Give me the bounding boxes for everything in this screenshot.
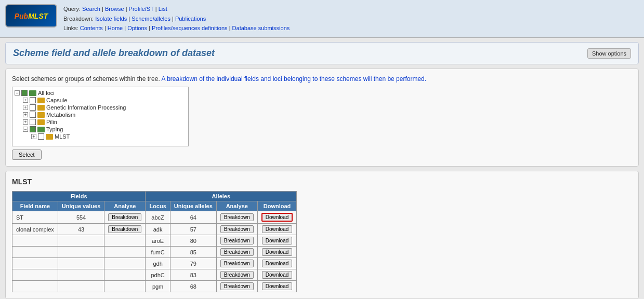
title-section: Scheme field and allele breakdown of dat… — [5, 42, 639, 64]
tree-item-capsule[interactable]: + Capsule — [15, 97, 186, 104]
allele-download-button[interactable]: Download — [262, 260, 292, 267]
locus-cell: abcZ — [146, 211, 170, 224]
show-options-button[interactable]: Show options — [587, 48, 631, 59]
nav-contents-link[interactable]: Contents — [80, 25, 103, 31]
breakdown-table: Fields Alleles Field name Unique values … — [12, 191, 297, 292]
tree-item-typing[interactable]: − Typing — [15, 126, 186, 133]
query-browse-link[interactable]: Browse — [105, 6, 124, 12]
tree-label-mlst: MLST — [55, 133, 70, 140]
tree-item-mlst[interactable]: + MLST — [15, 133, 186, 140]
allele-unique-values-cell: 79 — [170, 258, 216, 269]
allele-breakdown-button[interactable]: Breakdown — [220, 213, 254, 221]
tree-item-metabolism[interactable]: + Metabolism — [15, 111, 186, 118]
checkbox-capsule[interactable] — [30, 97, 36, 103]
table-row: gdh79BreakdownDownload — [12, 258, 297, 269]
locus-cell: pdhC — [146, 269, 170, 281]
alleles-header: Alleles — [146, 192, 297, 201]
checkbox-typing[interactable] — [30, 126, 36, 132]
tree-label-capsule: Capsule — [46, 97, 67, 103]
tree-item-genetic[interactable]: + Genetic Information Processing — [15, 104, 186, 111]
tree-description-highlight: A breakdown of the individual fields and… — [161, 75, 426, 83]
table-row: clonal complex43Breakdownadk57BreakdownD… — [12, 224, 297, 235]
locus-cell: adk — [146, 224, 170, 235]
expand-icon-pilin[interactable]: + — [23, 119, 28, 125]
folder-icon-typing — [37, 127, 45, 132]
results-section: MLST Fields Alleles Field name Unique va… — [5, 171, 639, 299]
site-logo: PubMLST — [5, 4, 57, 28]
field-unique-values-cell: 554 — [58, 211, 104, 224]
field-name-cell: clonal complex — [12, 224, 58, 235]
checkbox-pilin[interactable] — [30, 119, 36, 125]
nav-home-link[interactable]: Home — [108, 25, 123, 31]
expand-icon-metabolism[interactable]: + — [23, 112, 28, 117]
folder-icon-mlst — [46, 134, 53, 140]
allele-breakdown-button[interactable]: Breakdown — [220, 271, 254, 279]
checkbox-mlst[interactable] — [38, 133, 44, 140]
query-search-link[interactable]: Search — [82, 6, 100, 12]
allele-download-button[interactable]: Download — [262, 248, 292, 256]
nav-profiles-link[interactable]: Profiles/sequences definitions — [152, 25, 228, 31]
allele-analyse-cell: Breakdown — [216, 281, 257, 292]
allele-analyse-cell: Breakdown — [216, 269, 257, 281]
tree-label-all-loci: All loci — [38, 90, 55, 96]
nav-options-link[interactable]: Options — [127, 25, 147, 31]
links-label: Links: — [63, 25, 78, 31]
breakdown-publications-link[interactable]: Publications — [175, 16, 206, 22]
expand-icon-mlst[interactable]: + — [31, 134, 36, 139]
col-download: Download — [257, 201, 296, 211]
query-list-link[interactable]: List — [159, 6, 167, 12]
allele-breakdown-button[interactable]: Breakdown — [220, 260, 254, 267]
allele-analyse-cell: Breakdown — [216, 258, 257, 269]
allele-unique-values-cell: 80 — [170, 235, 216, 247]
locus-cell: pgm — [146, 281, 170, 292]
query-label: Query: — [63, 6, 81, 12]
expand-icon-all-loci[interactable]: − — [15, 90, 20, 96]
tree-item-pilin[interactable]: + Pilin — [15, 118, 186, 126]
allele-analyse-cell: Breakdown — [216, 224, 257, 235]
folder-icon-metabolism — [37, 112, 45, 118]
page-title: Scheme field and allele breakdown of dat… — [13, 48, 215, 59]
allele-download-cell: Download — [257, 269, 296, 281]
tree-label-metabolism: Metabolism — [46, 112, 75, 118]
expand-icon-typing[interactable]: − — [23, 127, 28, 132]
allele-download-button[interactable]: Download — [262, 225, 292, 233]
tree-item-all-loci[interactable]: − All loci — [15, 89, 186, 97]
allele-download-button[interactable]: Download — [262, 237, 292, 244]
select-button[interactable]: Select — [12, 150, 42, 160]
field-breakdown-button[interactable]: Breakdown — [108, 213, 141, 221]
col-analyse-alleles: Analyse — [216, 201, 257, 211]
allele-breakdown-button[interactable]: Breakdown — [220, 237, 254, 244]
allele-breakdown-button[interactable]: Breakdown — [220, 225, 254, 233]
allele-download-button[interactable]: Download — [262, 282, 292, 290]
allele-breakdown-button[interactable]: Breakdown — [220, 248, 254, 256]
checkbox-metabolism[interactable] — [30, 112, 36, 118]
allele-download-button[interactable]: Download — [262, 271, 292, 279]
allele-download-cell: Download — [257, 224, 296, 235]
checkbox-all-loci[interactable] — [21, 90, 28, 96]
col-locus: Locus — [146, 201, 170, 211]
table-row: ST554BreakdownabcZ64BreakdownDownload — [12, 211, 297, 224]
allele-download-cell: Download — [257, 258, 296, 269]
allele-analyse-cell: Breakdown — [216, 211, 257, 224]
query-profilest-link[interactable]: Profile/ST — [129, 6, 154, 12]
breakdown-isolate-link[interactable]: Isolate fields — [95, 16, 127, 22]
allele-analyse-cell: Breakdown — [216, 247, 257, 258]
checkbox-genetic[interactable] — [30, 104, 36, 111]
locus-cell: fumC — [146, 247, 170, 258]
allele-breakdown-button[interactable]: Breakdown — [220, 282, 254, 290]
tree-description: Select schemes or groups of schemes with… — [12, 75, 632, 83]
folder-icon-pilin — [37, 119, 45, 125]
field-breakdown-button[interactable]: Breakdown — [108, 225, 141, 233]
field-analyse-cell: Breakdown — [104, 224, 146, 235]
nav-database-link[interactable]: Database submissions — [232, 25, 290, 31]
expand-icon-capsule[interactable]: + — [23, 98, 28, 103]
main-content: Scheme field and allele breakdown of dat… — [0, 38, 644, 299]
allele-download-button[interactable]: Download — [261, 213, 293, 222]
folder-icon-capsule — [37, 98, 45, 103]
tree-container[interactable]: − All loci + Capsule + Genetic Informati… — [12, 87, 189, 146]
page-header: PubMLST Query: Search | Browse | Profile… — [0, 0, 644, 38]
col-unique-values: Unique values — [58, 201, 104, 211]
col-unique-alleles: Unique alleles — [170, 201, 216, 211]
expand-icon-genetic[interactable]: + — [23, 105, 28, 110]
breakdown-scheme-link[interactable]: Scheme/alleles — [132, 16, 170, 22]
